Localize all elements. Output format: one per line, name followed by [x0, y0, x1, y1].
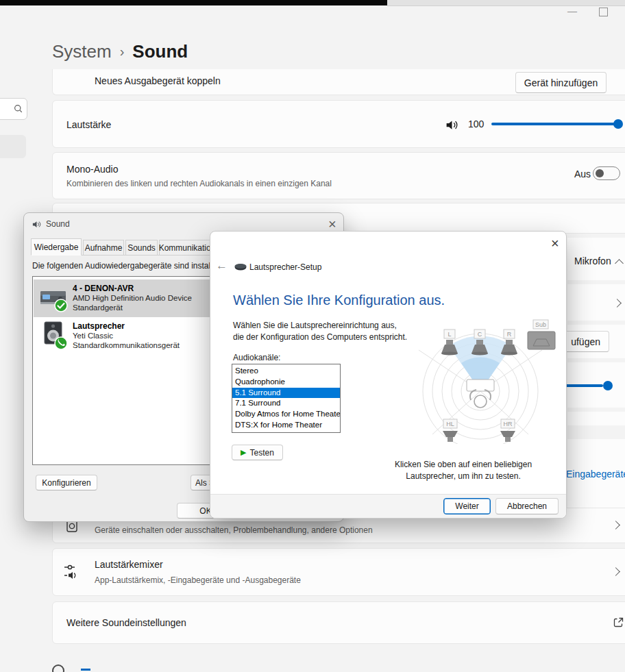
listener [474, 395, 487, 408]
more-sound-settings-title: Weitere Soundeinstellungen [66, 617, 186, 628]
volume-mixer-row[interactable]: Lautstärkemixer App-Lautstärkemix, -Eing… [52, 548, 625, 596]
page-title: Sound [132, 41, 188, 62]
pair-output-device-row: Neues Ausgabegerät koppeln Gerät hinzufü… [52, 69, 625, 95]
channel-option[interactable]: Dolby Atmos for Home Theater [232, 409, 340, 420]
tab-sounds[interactable]: Sounds [125, 240, 158, 256]
mono-audio-subtitle: Kombinieren des linken und rechten Audio… [66, 179, 332, 188]
settings-window: — System › Sound Neues Ausgabegerät kopp… [0, 0, 625, 672]
speaker-layout-diagram[interactable]: L C R Sub HL HR [413, 312, 561, 444]
speaker-volume-icon[interactable] [445, 118, 459, 132]
volume-label: Lautstärke [66, 119, 111, 130]
chevron-right-icon [611, 567, 620, 576]
row-fragment-5: Eingabegeräte [567, 439, 625, 519]
subwoofer[interactable]: Sub [528, 320, 555, 349]
back-arrow-icon[interactable]: ← [216, 259, 228, 273]
channel-option[interactable]: 7.1 Surround [232, 398, 340, 409]
channels-label: Audiokanäle: [233, 352, 280, 364]
volume-slider-thumb[interactable] [613, 119, 623, 129]
toggle-knob [596, 169, 604, 177]
playback-intro-text: Die folgenden Audiowiedergabegeräte sind… [32, 261, 226, 271]
help-link-fragment [81, 669, 90, 671]
device-status: Standardkommunikationsgerät [73, 341, 180, 349]
mikrofon-label: Mikrofon [574, 256, 611, 266]
tab-kommunikation[interactable]: Kommunikation [159, 240, 215, 256]
row-fragment-2: ufügen [567, 325, 625, 358]
mono-audio-toggle[interactable] [593, 166, 620, 180]
device-detail: Yeti Classic [73, 332, 113, 340]
device-detail: AMD High Definition Audio Device [73, 294, 192, 302]
default-device-check-icon [54, 299, 68, 312]
mikrofon-row-fragment[interactable]: Mikrofon [567, 238, 625, 280]
row-fragment-4 [567, 412, 625, 425]
next-button[interactable]: Weiter [443, 498, 491, 514]
chevron-right-icon [613, 299, 622, 308]
titlebar-dark-strip [0, 0, 387, 5]
mono-audio-title: Mono-Audio [66, 164, 119, 175]
channel-option[interactable]: DTS:X for Home Theater [232, 420, 340, 431]
maximize-icon[interactable] [599, 8, 608, 16]
minimize-icon[interactable]: — [567, 5, 577, 16]
tab-wiedergabe[interactable]: Wiedergabe [31, 238, 82, 256]
volume-mixer-title: Lautstärkemixer [95, 559, 163, 570]
breadcrumb: System › Sound [52, 41, 188, 62]
configure-button[interactable]: Konfigurieren [36, 475, 97, 490]
close-icon[interactable]: × [551, 238, 559, 249]
front-speakers[interactable]: L C R [441, 329, 517, 356]
row-fragment-3 [567, 362, 625, 408]
svg-text:HR: HR [504, 421, 513, 427]
wizard-description: Wählen Sie die Lautsprechereinrichtung a… [233, 320, 408, 343]
test-hint-text: Klicken Sie oben auf einen beliebigen La… [381, 459, 546, 482]
test-button-label: Testen [250, 448, 274, 458]
row-fragment-1[interactable] [567, 284, 625, 321]
wizard-footer: Weiter Abbrechen [210, 494, 566, 518]
default-comm-device-icon [54, 336, 68, 350]
desk [467, 379, 494, 391]
device-name: Lautsprecher [73, 321, 125, 331]
volume-row: Lautstärke 100 [52, 100, 625, 148]
sound-dialog-title: Sound [46, 219, 70, 229]
wizard-title: Lautsprecher-Setup [249, 262, 321, 272]
help-icon[interactable] [52, 664, 64, 672]
channel-option[interactable]: Quadrophonie [232, 377, 340, 388]
channel-option-selected[interactable]: 5.1 Surround [232, 388, 340, 399]
add-device-button[interactable]: Gerät hinzufügen [515, 72, 606, 93]
svg-text:HL: HL [446, 421, 454, 427]
mono-audio-row: Mono-Audio Kombinieren des linken und re… [52, 152, 625, 199]
speaker-setup-wizard: × ← Lautsprecher-Setup Wählen Sie Ihre K… [210, 231, 567, 519]
chevron-up-icon[interactable] [615, 259, 624, 268]
eingabegeraete-link-fragment[interactable]: Eingabegeräte [566, 469, 625, 480]
all-devices-subtitle: Geräte einschalten oder ausschalten, Pro… [95, 525, 373, 535]
sidebar-search-input[interactable] [0, 98, 27, 120]
cancel-button[interactable]: Abbrechen [495, 498, 559, 514]
volume-slider-track[interactable] [491, 123, 622, 125]
chevron-right-icon [611, 521, 620, 530]
breadcrumb-parent[interactable]: System [52, 41, 112, 62]
wizard-heading: Wählen Sie Ihre Konfiguration aus. [233, 293, 445, 308]
titlebar-light-strip [387, 0, 625, 6]
svg-text:R: R [507, 331, 512, 338]
device-name: 4 - DENON-AVR [73, 284, 134, 293]
close-icon[interactable]: × [328, 219, 336, 229]
svg-text:L: L [448, 331, 451, 338]
svg-text:C: C [478, 331, 482, 338]
volume-value: 100 [468, 119, 484, 129]
volume-mixer-icon [64, 564, 80, 582]
channels-listbox[interactable]: Stereo Quadrophonie 5.1 Surround 7.1 Sur… [232, 364, 341, 433]
sound-dialog-icon [32, 219, 42, 229]
wizard-speaker-icon [234, 263, 247, 271]
mono-toggle-state: Aus [574, 169, 591, 179]
more-sound-settings-row[interactable]: Weitere Soundeinstellungen [52, 601, 625, 644]
svg-text:Sub: Sub [535, 321, 546, 328]
sidebar-selected-item[interactable] [0, 135, 26, 158]
device-status: Standardgerät [73, 303, 123, 312]
input-slider-track-fragment[interactable] [561, 384, 603, 387]
volume-mixer-subtitle: App-Lautstärkemix, -Eingabegeräte und -A… [95, 575, 301, 585]
external-link-icon [613, 617, 624, 627]
pair-output-label: Neues Ausgabegerät koppeln [95, 75, 221, 86]
channel-option[interactable]: Stereo [232, 366, 340, 377]
input-slider-thumb[interactable] [603, 381, 613, 390]
tab-aufnahme[interactable]: Aufnahme [83, 240, 124, 256]
test-button[interactable]: ▶ Testen [232, 445, 283, 460]
play-icon: ▶ [241, 448, 246, 457]
search-icon [13, 103, 23, 114]
